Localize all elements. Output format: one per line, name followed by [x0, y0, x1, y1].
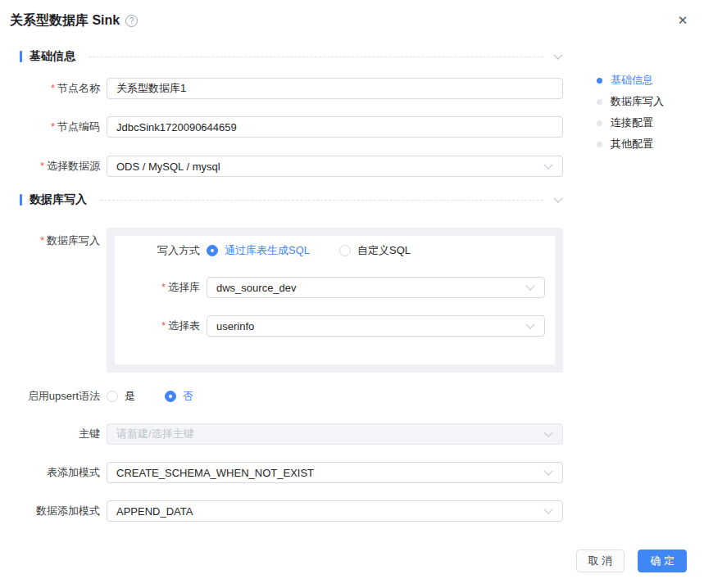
- table-select-value: userinfo: [216, 320, 254, 332]
- close-icon[interactable]: ✕: [675, 13, 690, 28]
- collapse-chevron-icon[interactable]: [553, 52, 563, 61]
- form-row-db-write: *数据库写入 写入方式 通过库表生成SQL: [0, 228, 563, 373]
- chevron-down-icon: [543, 468, 553, 477]
- field-label: 表添加模式: [0, 465, 100, 480]
- section-accent-bar: [20, 51, 22, 62]
- radio-unselected-icon: [107, 391, 118, 402]
- nav-item-connection-config[interactable]: 连接配置: [597, 112, 664, 133]
- nav-dot-icon: [597, 120, 602, 126]
- form-row-datasource: *选择数据源 ODS / MySQL / mysql: [0, 156, 563, 177]
- section-title: 数据库写入: [30, 192, 87, 207]
- nav-item-basic-info[interactable]: 基础信息: [597, 70, 664, 91]
- form-row-write-mode: 写入方式 通过库表生成SQL 自定义SQL: [115, 242, 555, 259]
- section-db-write: 数据库写入: [20, 193, 563, 206]
- db-write-card: 写入方式 通过库表生成SQL 自定义SQL: [115, 236, 555, 364]
- radio-option-custom-sql[interactable]: 自定义SQL: [339, 243, 411, 258]
- write-mode-radio-group: 通过库表生成SQL 自定义SQL: [207, 243, 545, 258]
- node-name-input[interactable]: [107, 78, 563, 99]
- db-write-panel: 写入方式 通过库表生成SQL 自定义SQL: [107, 228, 563, 373]
- upsert-radio-group: 是 否: [107, 389, 563, 404]
- form-row-upsert: 启用upsert语法 是 否: [0, 386, 563, 407]
- radio-selected-icon: [165, 391, 176, 402]
- chevron-down-icon: [525, 321, 535, 331]
- field-label: *选择库: [115, 280, 200, 295]
- node-code-input[interactable]: [107, 116, 563, 138]
- collapse-chevron-icon[interactable]: [553, 195, 563, 205]
- field-label: *选择表: [115, 319, 200, 333]
- form-row-data-add-mode: 数据添加模式 APPEND_DATA: [0, 500, 563, 522]
- nav-dot-icon: [597, 142, 602, 147]
- chevron-down-icon: [543, 506, 553, 516]
- required-mark: *: [40, 160, 44, 172]
- field-label: *数据库写入: [0, 228, 100, 248]
- required-mark: *: [51, 120, 55, 133]
- radio-unselected-icon: [339, 245, 351, 256]
- datasource-select[interactable]: ODS / MySQL / mysql: [107, 156, 563, 177]
- relational-db-sink-dialog: 关系型数据库 Sink ? ✕ 基础信息 *节点名称 *节点编码 *选择数据源 …: [0, 0, 704, 588]
- form-row-select-table: *选择表 userinfo: [115, 315, 555, 337]
- radio-option-no[interactable]: 否: [165, 389, 193, 404]
- field-label: 启用upsert语法: [0, 389, 100, 404]
- form-row-node-name: *节点名称: [0, 78, 563, 99]
- nav-dot-icon: [597, 78, 602, 84]
- chevron-down-icon: [543, 161, 553, 171]
- section-title: 基础信息: [30, 49, 75, 64]
- table-select[interactable]: userinfo: [207, 315, 545, 337]
- form-row-select-db: *选择库 dws_source_dev: [115, 277, 555, 298]
- required-mark: *: [161, 319, 166, 332]
- cancel-button[interactable]: 取 消: [576, 550, 625, 572]
- data-add-mode-value: APPEND_DATA: [116, 505, 193, 518]
- data-add-mode-select[interactable]: APPEND_DATA: [107, 500, 563, 522]
- primary-key-select[interactable]: 请新建/选择主键: [107, 423, 563, 445]
- radio-selected-icon: [207, 245, 218, 256]
- page-title: 关系型数据库 Sink: [10, 12, 120, 29]
- datasource-select-value: ODS / MySQL / mysql: [116, 161, 220, 173]
- table-add-mode-value: CREATE_SCHEMA_WHEN_NOT_EXIST: [116, 467, 314, 479]
- form-row-table-add-mode: 表添加模式 CREATE_SCHEMA_WHEN_NOT_EXIST: [0, 462, 563, 483]
- nav-item-db-write[interactable]: 数据库写入: [597, 91, 664, 112]
- dialog-footer: 取 消 确 定: [576, 550, 687, 572]
- section-accent-bar: [20, 194, 22, 206]
- nav-item-other-config[interactable]: 其他配置: [597, 133, 664, 155]
- required-mark: *: [40, 234, 44, 247]
- table-add-mode-select[interactable]: CREATE_SCHEMA_WHEN_NOT_EXIST: [107, 462, 563, 483]
- field-label: 写入方式: [115, 243, 200, 258]
- anchor-nav: 基础信息 数据库写入 连接配置 其他配置: [597, 70, 664, 155]
- field-label: *节点名称: [0, 81, 100, 96]
- field-label: 数据添加模式: [0, 504, 100, 518]
- radio-option-yes[interactable]: 是: [107, 389, 135, 404]
- primary-key-placeholder: 请新建/选择主键: [116, 427, 194, 441]
- database-select[interactable]: dws_source_dev: [207, 277, 545, 298]
- form-row-node-code: *节点编码: [0, 116, 563, 138]
- nav-dot-icon: [597, 99, 602, 105]
- dialog-header: 关系型数据库 Sink ?: [10, 12, 138, 29]
- radio-option-generate-sql[interactable]: 通过库表生成SQL: [207, 243, 310, 258]
- ok-button[interactable]: 确 定: [638, 550, 687, 572]
- section-basic-info: 基础信息: [20, 50, 563, 63]
- chevron-down-icon: [525, 283, 535, 292]
- field-label: 主键: [0, 427, 100, 441]
- field-label: *节点编码: [0, 120, 100, 134]
- dashed-divider: [89, 57, 543, 57]
- help-icon[interactable]: ?: [125, 15, 138, 27]
- required-mark: *: [161, 281, 166, 293]
- required-mark: *: [51, 82, 55, 94]
- chevron-down-icon: [543, 429, 553, 439]
- form-row-primary-key: 主键 请新建/选择主键: [0, 423, 563, 445]
- field-label: *选择数据源: [0, 159, 100, 174]
- dashed-divider: [100, 200, 543, 201]
- database-select-value: dws_source_dev: [216, 282, 297, 294]
